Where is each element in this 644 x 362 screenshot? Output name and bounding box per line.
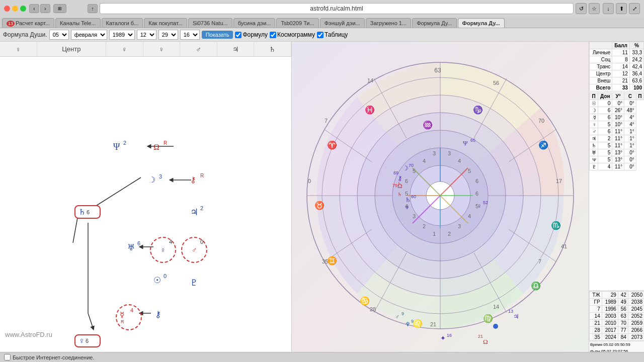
stat-val: 12 <box>612 70 630 77</box>
svg-text:70: 70 <box>409 163 414 168</box>
stat-header-pct: % <box>629 42 643 49</box>
time-row-gr: ГР1989492038 <box>590 299 645 306</box>
col-icon-5: ♃ <box>217 42 255 56</box>
tab-6[interactable]: бусина дэи... <box>233 18 276 28</box>
share-action-button[interactable]: ⬆ <box>616 3 627 14</box>
second-select[interactable]: 16 <box>180 30 200 40</box>
svg-text:R: R <box>164 140 167 146</box>
download-button[interactable]: ↓ <box>603 3 614 14</box>
svg-text:6: 6 <box>475 191 478 197</box>
svg-text:Ω: Ω <box>153 143 159 151</box>
tab-2[interactable]: Каналы Tele... <box>55 18 100 28</box>
ph-y: У° <box>612 93 624 100</box>
svg-text:5: 5 <box>468 168 471 174</box>
hour-select[interactable]: 12 <box>137 30 156 40</box>
stat-label: Транс <box>590 63 612 70</box>
minimize-button[interactable] <box>12 6 18 12</box>
tab-4[interactable]: Как покупат... <box>144 18 187 28</box>
address-bar[interactable]: astrofd.ru/calm.html <box>100 3 574 14</box>
svg-text:7: 7 <box>325 118 328 124</box>
stat-val: 11 <box>612 49 630 56</box>
stat-header-ball: Балл <box>612 42 630 49</box>
time-stamp-1: Время 05.02 05:50:59 <box>589 341 644 348</box>
watermark: www.AstroFD.ru <box>5 331 52 338</box>
formula-label: Формула Души. <box>3 31 47 38</box>
svg-text:♄: ♄ <box>397 192 402 197</box>
svg-text:4: 4 <box>458 158 461 164</box>
stats-panel: Балл % Личные 11 33,3 Соц 8 24,2 Транс 1… <box>589 42 644 354</box>
share-button[interactable]: ↑ <box>88 4 98 13</box>
month-select[interactable]: февраля <box>71 30 107 40</box>
tab-1[interactable]: 13Расчет карт... <box>2 18 54 28</box>
kosmogram-checkbox[interactable] <box>270 32 276 38</box>
svg-text:♍: ♍ <box>483 314 493 323</box>
svg-line-2 <box>93 177 141 208</box>
fullscreen-button[interactable]: ⤢ <box>629 3 640 14</box>
svg-text:3: 3 <box>413 213 416 219</box>
svg-text:♈: ♈ <box>327 140 337 150</box>
svg-text:♆: ♆ <box>405 321 411 328</box>
tab-3[interactable]: Каталоги б... <box>102 18 143 28</box>
svg-text:3: 3 <box>448 150 451 156</box>
column-headers: ♀ Центр ♀ ♀ ♂ ♃ ♄ <box>0 42 291 57</box>
sidebar-button[interactable]: ⊞ <box>53 4 66 13</box>
svg-text:♇: ♇ <box>190 278 198 288</box>
time-row-35: 352024842073 <box>590 334 645 341</box>
forward-button[interactable]: › <box>40 4 50 13</box>
svg-text:♑: ♑ <box>473 105 483 115</box>
stat-row-trans: Транс 14 42,4 <box>590 63 644 70</box>
svg-text:2: 2 <box>123 140 126 146</box>
col-icon-2: ♀ <box>106 42 143 56</box>
tab-7[interactable]: Tsb0209 Ти... <box>276 18 318 28</box>
svg-text:4: 4 <box>423 158 426 164</box>
stat-row-personal: Личные 11 33,3 <box>590 49 644 56</box>
stat-label: Центр <box>590 70 612 77</box>
svg-text:♂: ♂ <box>395 313 399 320</box>
maximize-button[interactable] <box>20 6 26 12</box>
reload-button[interactable]: ↺ <box>576 3 587 14</box>
svg-text:⚷: ⚷ <box>190 175 196 184</box>
stat-pct: 63,6 <box>629 77 643 84</box>
tab-11[interactable]: Формула Ду... <box>458 18 505 28</box>
svg-text:3: 3 <box>458 223 461 229</box>
svg-text:♋: ♋ <box>360 296 370 306</box>
back-button[interactable]: ‹ <box>29 4 39 13</box>
show-button[interactable]: Показать <box>202 31 233 39</box>
svg-text:6: 6 <box>405 178 408 184</box>
tab-10[interactable]: Формула Ду... <box>412 18 456 28</box>
internet-checkbox[interactable] <box>4 354 11 360</box>
svg-text:13: 13 <box>508 309 513 314</box>
stat-header-label <box>590 42 612 49</box>
day-select[interactable]: 05 <box>49 30 69 40</box>
stat-val: 21 <box>612 77 630 84</box>
formula-checkbox-label: Формулу <box>243 31 268 38</box>
svg-line-1 <box>73 215 78 243</box>
svg-text:☉: ☉ <box>153 276 161 285</box>
time-row-7: 71996562045 <box>590 306 645 313</box>
kosmogram-checkbox-label: Космограмму <box>277 31 315 38</box>
year-select[interactable]: 1989 <box>109 30 135 40</box>
svg-text:21: 21 <box>478 334 483 339</box>
planet-detail-table: П Дон У° С П ☉00°0° ☽626°48° ☿610°4° ♀51… <box>589 93 644 170</box>
formula-checkbox[interactable] <box>235 32 242 38</box>
svg-text:75: 75 <box>392 183 397 188</box>
tab-9[interactable]: Загружено 1... <box>366 18 411 28</box>
minute-select[interactable]: 29 <box>158 30 178 40</box>
planet-row: ♀510°4° <box>590 121 644 128</box>
time-row-28: 282017772066 <box>590 327 645 334</box>
stats-table: Балл % Личные 11 33,3 Соц 8 24,2 Транс 1… <box>589 42 644 92</box>
table-checkbox[interactable] <box>317 32 324 38</box>
svg-text:14: 14 <box>493 304 499 310</box>
mars-circle: ♂ 0 <box>181 237 207 263</box>
saturn-box: ♄ 6 <box>74 205 101 219</box>
svg-text:♅: ♅ <box>127 243 135 252</box>
stat-label: Внеш <box>590 77 612 84</box>
tab-8[interactable]: Фэншуй дэи... <box>320 18 365 28</box>
close-button[interactable] <box>4 6 10 12</box>
tab-5[interactable]: Si0736 Natu... <box>188 18 232 28</box>
bookmark-button[interactable]: ☆ <box>589 3 600 14</box>
svg-text:60: 60 <box>411 194 416 199</box>
svg-text:41: 41 <box>561 243 567 249</box>
svg-text:♒: ♒ <box>423 120 433 130</box>
time-row-21: 212010702059 <box>590 320 645 327</box>
